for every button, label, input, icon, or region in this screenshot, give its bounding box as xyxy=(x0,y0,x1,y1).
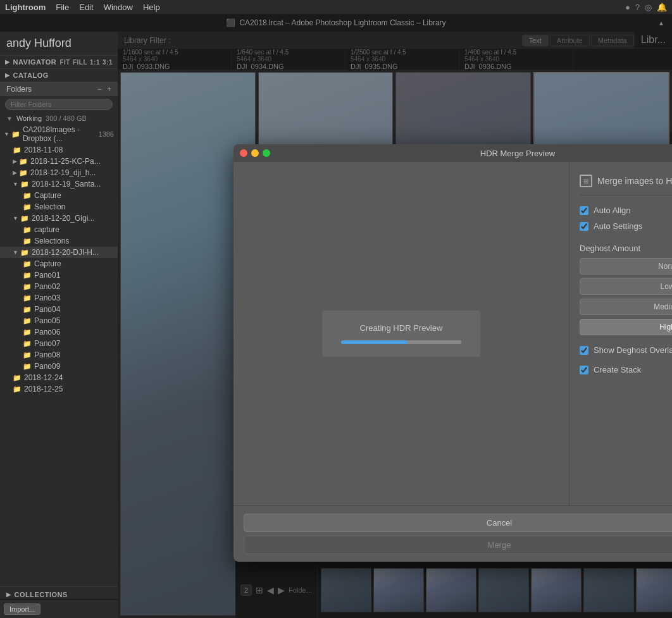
folder-label-18: Pano07 xyxy=(34,339,60,348)
folder-2018-12-19-santa[interactable]: ▼ 📁 2018-12-19_Santa... xyxy=(0,178,118,190)
folder-label-11: Capture xyxy=(34,259,61,268)
folder-icon-8: 📁 xyxy=(20,214,29,223)
filter-folders-input[interactable] xyxy=(5,99,113,110)
menu-file[interactable]: File xyxy=(56,3,69,12)
folder-2018-12-20-dji[interactable]: ▼ 📁 2018-12-20-DJI-H... xyxy=(0,247,118,258)
folder-capture-1[interactable]: 📁 Capture xyxy=(0,190,118,201)
folder-pano03[interactable]: 📁 Pano03 xyxy=(0,292,118,304)
folder-icon-19: 📁 xyxy=(23,340,32,348)
folder-icon-18: 📁 xyxy=(23,328,32,337)
catalog-header[interactable]: ▶ Catalog xyxy=(0,69,118,82)
folder-label-3: 2018-12-19_dji_h... xyxy=(30,168,96,177)
deghost-none-btn[interactable]: None xyxy=(580,258,672,275)
folder-label-14: Pano03 xyxy=(34,294,60,302)
navigator-section: ▶ Navigator FIT FILL 1:1 3:1 xyxy=(0,55,118,68)
create-stack-checkbox[interactable] xyxy=(580,366,588,374)
folder-2018-12-25[interactable]: 📁 2018-12-25 xyxy=(0,383,118,395)
auto-align-checkbox[interactable] xyxy=(580,206,588,215)
folder-2018-11-25[interactable]: ▶ 📁 2018-11-25-KC-Pa... xyxy=(0,156,118,167)
menu-edit[interactable]: Edit xyxy=(79,3,93,12)
folders-plus-btn[interactable]: + xyxy=(107,85,111,94)
folder-label-21: 2018-12-24 xyxy=(24,373,63,382)
merge-header: ⊞ Merge images to HDR xyxy=(580,175,672,195)
folder-selections[interactable]: 📁 Selections xyxy=(0,235,118,247)
folder-icon-6: 📁 xyxy=(23,192,32,200)
title-bar: ⬛ CA2018.lrcat – Adobe Photoshop Lightro… xyxy=(0,14,672,32)
folder-label-4: 2018-12-19_Santa... xyxy=(32,180,101,188)
expand-6: ▼ xyxy=(13,249,18,256)
cancel-button[interactable]: Cancel xyxy=(244,514,672,532)
folder-root[interactable]: ▼ 📁 CA2018Images - Dropbox (... 1386 xyxy=(0,124,118,144)
traffic-light-yellow[interactable] xyxy=(251,149,259,157)
folder-2018-12-20-gigi[interactable]: ▼ 📁 2018-12-20_Gigi... xyxy=(0,213,118,224)
folder-icon-9: 📁 xyxy=(23,226,32,234)
deghost-medium-btn[interactable]: Medium xyxy=(580,299,672,315)
1to1-btn[interactable]: 1:1 xyxy=(90,59,100,66)
deghost-low-btn[interactable]: Low xyxy=(580,278,672,295)
options-area: Auto Align Auto Settings xyxy=(580,206,672,231)
folder-icon-7: 📁 xyxy=(23,203,32,211)
folder-label-16: Pano05 xyxy=(34,316,60,325)
deghost-high-btn[interactable]: High xyxy=(580,319,672,335)
folder-2018-11-08[interactable]: 📁 2018-11-08 xyxy=(0,144,118,156)
folder-selection[interactable]: 📁 Selection xyxy=(0,201,118,213)
folder-icon-21: 📁 xyxy=(23,362,32,371)
folder-label-1: 2018-11-08 xyxy=(24,145,63,154)
folder-icon-15: 📁 xyxy=(23,294,32,302)
traffic-light-red[interactable] xyxy=(240,149,247,157)
auto-settings-checkbox[interactable] xyxy=(580,222,588,231)
folder-label-2: 2018-11-25-KC-Pa... xyxy=(30,157,101,166)
folder-icon-10: 📁 xyxy=(23,237,32,245)
folder-pano02[interactable]: 📁 Pano02 xyxy=(0,281,118,292)
auto-align-label: Auto Align xyxy=(594,206,631,215)
folder-label-19: Pano08 xyxy=(34,350,60,359)
folder-label-10: 2018-12-20-DJI-H... xyxy=(32,248,99,257)
import-btn-bottom[interactable]: Import... xyxy=(4,603,40,615)
show-deghost-checkbox[interactable] xyxy=(580,346,588,355)
folder-pano09[interactable]: 📁 Pano09 xyxy=(0,361,118,372)
merge-header-text: Merge images to HDR xyxy=(597,176,672,186)
dialog-title-bar: HDR Merge Preview xyxy=(233,144,672,162)
folder-icon-3: 📁 xyxy=(19,158,28,166)
catalog-section: ▶ Catalog xyxy=(0,68,118,82)
left-sidebar: andy Hufford ▶ Navigator FIT FILL 1:1 3:… xyxy=(0,32,118,618)
folders-minus-btn[interactable]: − xyxy=(97,85,102,94)
folder-icon-23: 📁 xyxy=(13,385,22,393)
create-stack-label: Create Stack xyxy=(594,365,641,374)
auto-settings-row[interactable]: Auto Settings xyxy=(580,221,672,231)
traffic-light-green[interactable] xyxy=(263,149,270,157)
folder-icon-22: 📁 xyxy=(13,374,22,382)
menu-app-name[interactable]: Lightroom xyxy=(5,3,46,12)
auto-settings-label: Auto Settings xyxy=(594,221,642,231)
content-area: Library Filter : Text Attribute Metadata… xyxy=(118,32,672,618)
menu-window[interactable]: Window xyxy=(104,3,133,12)
menu-help[interactable]: Help xyxy=(143,3,160,12)
3to1-btn[interactable]: 3:1 xyxy=(103,59,113,66)
folder-pano06[interactable]: 📁 Pano06 xyxy=(0,326,118,338)
folder-pano08[interactable]: 📁 Pano08 xyxy=(0,349,118,361)
folder-label-12: Pano01 xyxy=(34,271,60,280)
folder-capture-2[interactable]: 📁 capture xyxy=(0,224,118,235)
folder-pano01[interactable]: 📁 Pano01 xyxy=(0,269,118,281)
folder-icon-13: 📁 xyxy=(23,271,32,280)
folder-label-17: Pano06 xyxy=(34,328,60,337)
merge-button[interactable]: Merge xyxy=(244,536,672,554)
folder-2018-12-24[interactable]: 📁 2018-12-24 xyxy=(0,372,118,383)
deghost-label: Deghost Amount xyxy=(580,244,672,253)
auto-align-row[interactable]: Auto Align xyxy=(580,206,672,215)
create-stack-row[interactable]: Create Stack xyxy=(580,365,672,374)
catalog-arrow: ▶ xyxy=(5,72,10,78)
folder-label-6: Selection xyxy=(34,202,65,211)
navigator-header[interactable]: ▶ Navigator FIT FILL 1:1 3:1 xyxy=(0,56,118,68)
show-deghost-overlay-row[interactable]: Show Deghost Overlay xyxy=(580,345,672,355)
title-arrow[interactable]: ▲ xyxy=(658,20,664,27)
fit-btn[interactable]: FIT xyxy=(59,59,70,66)
folder-capture-3[interactable]: 📁 Capture xyxy=(0,258,118,269)
folders-title[interactable]: Folders xyxy=(6,85,32,94)
folder-pano07[interactable]: 📁 Pano07 xyxy=(0,338,118,349)
fill-btn[interactable]: FILL xyxy=(73,59,87,66)
folder-pano04[interactable]: 📁 Pano04 xyxy=(0,304,118,315)
folders-section: Folders − + ▼ Working 300 / 480 GB ▼ 📁 xyxy=(0,82,118,586)
folder-pano05[interactable]: 📁 Pano05 xyxy=(0,315,118,326)
folder-2018-12-19-dji[interactable]: ▶ 📁 2018-12-19_dji_h... xyxy=(0,167,118,178)
